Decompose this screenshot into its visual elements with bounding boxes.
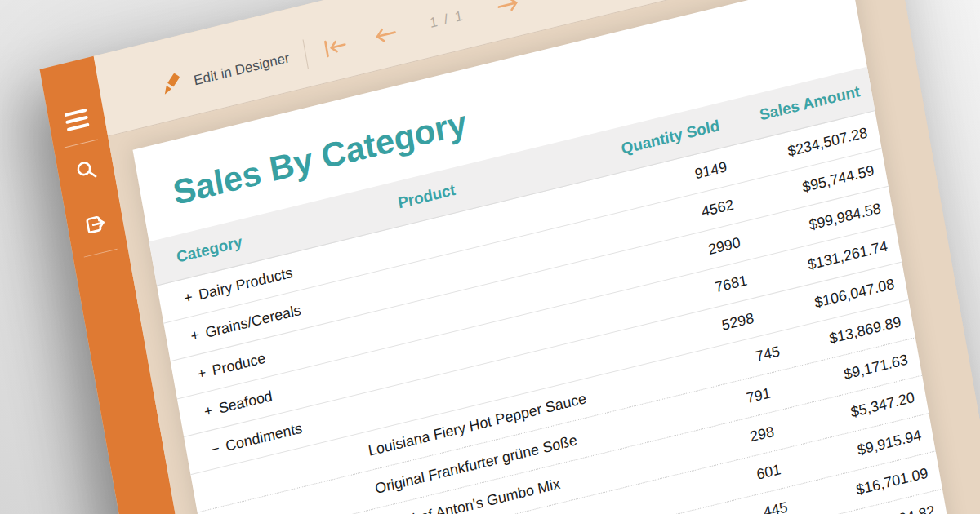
page-indicator: 1 / 1	[428, 7, 465, 32]
category-label: Condiments	[225, 419, 304, 454]
next-page-icon[interactable]	[496, 0, 521, 16]
pencil-icon	[157, 70, 185, 103]
sidebar-divider	[84, 249, 118, 258]
sidebar-divider	[65, 140, 98, 148]
last-page-icon[interactable]	[545, 0, 572, 5]
expand-icon[interactable]: +	[183, 288, 194, 307]
report-viewer-window: Edit in Designer	[40, 0, 980, 514]
toolbar-divider	[302, 39, 308, 69]
collapse-icon[interactable]: −	[210, 440, 221, 459]
viewer-main: Edit in Designer	[94, 0, 980, 514]
desktop-background: Edit in Designer	[0, 0, 980, 514]
category-label: Seafood	[217, 388, 274, 417]
category-label: Produce	[211, 349, 267, 379]
export-icon[interactable]	[82, 211, 109, 241]
previous-page-icon[interactable]	[372, 22, 398, 47]
report-table: Category Product Quantity Sold Sales Amo…	[149, 67, 950, 514]
expand-icon[interactable]: +	[196, 364, 207, 383]
expand-icon[interactable]: +	[189, 326, 201, 345]
edit-in-designer-button[interactable]: Edit in Designer	[157, 44, 292, 102]
search-icon[interactable]	[74, 157, 100, 186]
menu-icon[interactable]	[65, 109, 90, 131]
first-page-icon[interactable]	[322, 33, 349, 59]
edit-in-designer-label: Edit in Designer	[193, 50, 291, 89]
tilted-scene: Edit in Designer	[0, 0, 980, 514]
expand-icon[interactable]: +	[203, 401, 214, 420]
